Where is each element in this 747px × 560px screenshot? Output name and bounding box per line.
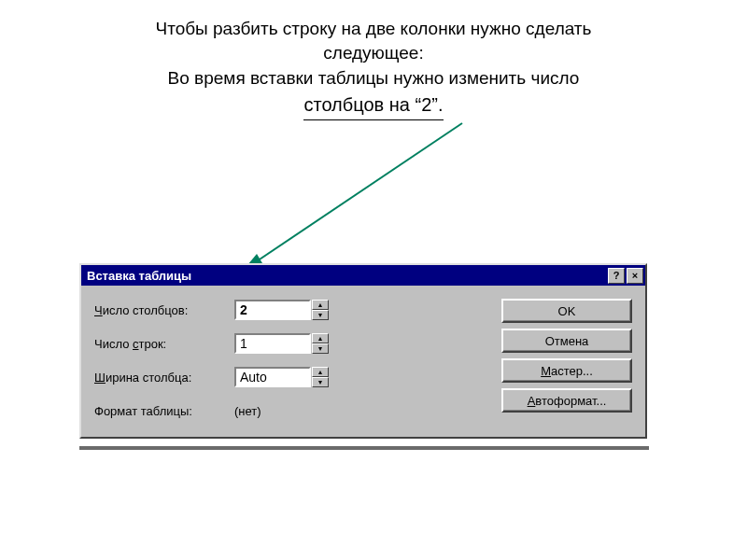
columns-input[interactable]: 2 <box>234 300 311 320</box>
dialog-title: Вставка таблицы <box>87 269 606 283</box>
svg-line-0 <box>243 123 462 271</box>
ok-button[interactable]: OK <box>501 299 632 323</box>
row-width: Ширина столбца: Auto ▲ ▼ <box>94 366 473 388</box>
button-column: OK Отмена Мастер... Автоформат... <box>473 299 632 422</box>
columns-spin-up[interactable]: ▲ <box>312 300 329 310</box>
subtitle-line-1: Во время вставки таблицы нужно изменить … <box>168 68 580 88</box>
slide-header: Чтобы разбить строку на две колонки нужн… <box>0 0 747 64</box>
dialog-body: Число столбцов: 2 ▲ ▼ Число строк: 1 ▲ ▼ <box>81 286 645 437</box>
help-button[interactable]: ? <box>608 268 625 284</box>
columns-spin-buttons: ▲ ▼ <box>312 300 329 320</box>
width-spin-buttons: ▲ ▼ <box>312 367 329 387</box>
row-columns: Число столбцов: 2 ▲ ▼ <box>94 299 473 321</box>
width-input[interactable]: Auto <box>234 367 311 387</box>
wizard-button[interactable]: Мастер... <box>501 358 632 383</box>
rows-label: Число строк: <box>94 337 234 351</box>
close-icon: × <box>632 271 638 281</box>
rows-input[interactable]: 1 <box>234 333 311 354</box>
rows-spin-up[interactable]: ▲ <box>312 333 329 343</box>
columns-label: Число столбцов: <box>94 303 234 317</box>
dialog-shadow <box>79 446 649 450</box>
cancel-button[interactable]: Отмена <box>501 329 632 353</box>
subtitle-line-2: столбцов на “2”. <box>303 92 443 120</box>
title-line-1: Чтобы разбить строку на две колонки нужн… <box>0 17 747 41</box>
pointer-arrow <box>229 121 472 280</box>
format-value: (нет) <box>234 404 261 418</box>
width-spin-down[interactable]: ▼ <box>312 377 329 387</box>
autoformat-button[interactable]: Автоформат... <box>501 388 632 413</box>
width-spinner[interactable]: Auto ▲ ▼ <box>234 367 329 387</box>
dialog-titlebar[interactable]: Вставка таблицы ? × <box>81 265 645 286</box>
title-line-2: следующее: <box>0 41 747 65</box>
columns-spinner[interactable]: 2 ▲ ▼ <box>234 300 329 320</box>
rows-spin-buttons: ▲ ▼ <box>312 333 329 354</box>
rows-spinner[interactable]: 1 ▲ ▼ <box>234 333 329 354</box>
width-spin-up[interactable]: ▲ <box>312 367 329 377</box>
width-label: Ширина столбца: <box>94 371 234 385</box>
insert-table-dialog: Вставка таблицы ? × Число столбцов: 2 ▲ … <box>79 263 647 439</box>
help-icon: ? <box>613 271 620 281</box>
form-column: Число столбцов: 2 ▲ ▼ Число строк: 1 ▲ ▼ <box>94 299 473 422</box>
format-label: Формат таблицы: <box>94 404 234 418</box>
row-rows: Число строк: 1 ▲ ▼ <box>94 332 473 355</box>
columns-spin-down[interactable]: ▼ <box>312 310 329 320</box>
rows-spin-down[interactable]: ▼ <box>312 343 329 354</box>
row-format: Формат таблицы: (нет) <box>94 399 473 422</box>
close-button[interactable]: × <box>627 268 643 284</box>
